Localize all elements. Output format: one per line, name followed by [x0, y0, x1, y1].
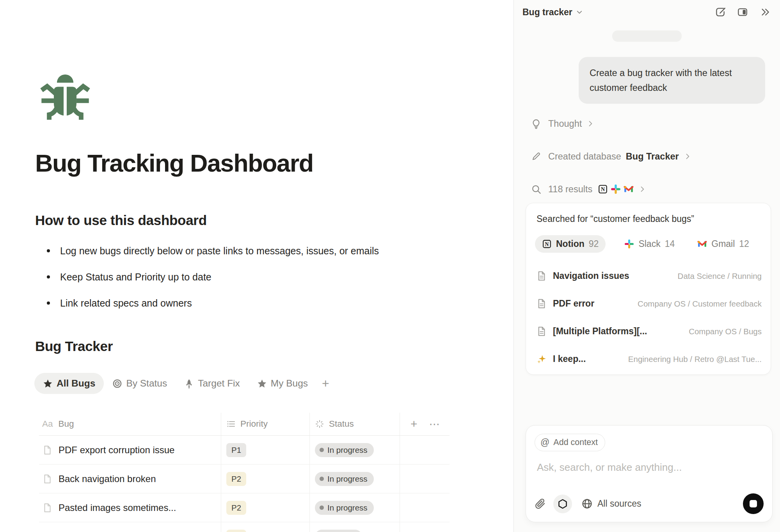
- view-tab-by-status[interactable]: By Status: [104, 373, 176, 394]
- activity-label: Created database: [548, 151, 621, 162]
- paperclip-icon[interactable]: [535, 498, 546, 510]
- list-item[interactable]: Navigation issues Data Science / Running: [535, 262, 762, 290]
- result-context: Company OS / Customer feedback: [632, 299, 762, 309]
- priority-chip[interactable]: P2: [226, 501, 246, 515]
- pencil-icon: [530, 151, 542, 161]
- source-tab-count: 12: [739, 239, 749, 249]
- search-results-title: Searched for “customer feedback bugs”: [537, 214, 762, 224]
- at-icon: @: [540, 437, 549, 448]
- bullet-text: Keep Status and Priority up to date: [60, 271, 211, 283]
- model-selector[interactable]: [553, 495, 572, 513]
- view-tab-all-bugs[interactable]: All Bugs: [34, 373, 104, 394]
- rocket-icon: [184, 379, 194, 388]
- status-dot: [320, 477, 324, 481]
- ai-side-panel: Bug tracker Create a bug tracker with th…: [513, 0, 780, 532]
- composer-input[interactable]: Ask, search, or make anything...: [537, 461, 764, 473]
- activity-search-results[interactable]: 118 results N: [530, 182, 768, 197]
- page-icon: [42, 474, 52, 484]
- source-tab-label: Notion: [556, 239, 585, 249]
- table-row[interactable]: Autosave intermittently fails P2 Blocked: [39, 522, 450, 532]
- star-icon: [43, 379, 53, 388]
- column-header-priority[interactable]: Priority: [221, 413, 309, 435]
- table-row[interactable]: Pasted images sometimes... P2 In progres…: [39, 493, 450, 522]
- composer-toolbar: All sources: [535, 493, 764, 514]
- tracker-heading: Bug Tracker: [35, 339, 113, 354]
- double-chevron-right-icon[interactable]: [759, 6, 771, 18]
- source-tab-gmail[interactable]: Gmail 12: [693, 235, 753, 253]
- source-tab-label: Gmail: [711, 239, 735, 249]
- view-tab-label: My Bugs: [271, 378, 308, 389]
- bullseye-icon: [112, 379, 122, 388]
- activity-created-database[interactable]: Created database Bug Tracker: [530, 149, 768, 164]
- bug-title: Back navigation broken: [59, 473, 156, 484]
- result-context: Engineering Hub / Retro @Last Tue...: [623, 355, 762, 364]
- column-header-status[interactable]: Status: [309, 413, 400, 435]
- side-peek-icon[interactable]: [737, 6, 748, 18]
- column-label: Status: [329, 419, 354, 429]
- column-header-bug[interactable]: Aa Bug: [39, 413, 221, 435]
- view-tab-label: By Status: [126, 378, 167, 389]
- bullet-dot: [47, 275, 50, 278]
- add-view-button[interactable]: +: [316, 376, 335, 391]
- bullet-item: Log new bugs directly below or paste lin…: [47, 245, 476, 257]
- gmail-icon: [624, 184, 634, 194]
- result-context: Data Science / Running: [672, 271, 762, 281]
- stop-button[interactable]: [743, 493, 764, 514]
- lightbulb-icon: [530, 118, 542, 129]
- result-title: PDF error: [553, 298, 594, 309]
- status-chip[interactable]: In progress: [315, 443, 374, 457]
- table-row[interactable]: Back navigation broken P2 In progress: [39, 465, 450, 493]
- status-label: In progress: [327, 474, 368, 484]
- status-label: In progress: [327, 503, 368, 512]
- add-context-button[interactable]: @ Add context: [535, 434, 605, 451]
- add-context-label: Add context: [553, 438, 598, 447]
- source-tab-slack[interactable]: Slack 14: [620, 235, 679, 253]
- list-icon: [226, 419, 236, 429]
- add-column-button[interactable]: +: [410, 417, 418, 431]
- source-tabs: N Notion 92 Slack 14 Gmail 12: [535, 235, 762, 253]
- source-tab-notion[interactable]: N Notion 92: [535, 235, 606, 253]
- view-tab-my-bugs[interactable]: My Bugs: [249, 373, 316, 394]
- view-tab-label: Target Fix: [198, 378, 240, 389]
- status-dot: [320, 448, 324, 452]
- column-label: Bug: [59, 419, 74, 429]
- compose-icon[interactable]: [714, 6, 726, 18]
- search-results-card: Searched for “customer feedback bugs” N …: [526, 203, 771, 375]
- ai-composer[interactable]: @ Add context Ask, search, or make anyth…: [526, 425, 773, 522]
- screen: Bug Tracking Dashboard How to use this d…: [0, 0, 780, 532]
- priority-chip[interactable]: P2: [226, 472, 246, 486]
- bullet-dot: [47, 301, 50, 305]
- bullet-item: Link related specs and owners: [47, 297, 476, 309]
- all-sources-label: All sources: [597, 498, 641, 509]
- bug-title: Pasted images sometimes...: [59, 502, 176, 513]
- source-tab-label: Slack: [638, 239, 660, 249]
- list-item[interactable]: [Multiple Platforms][... Company OS / Bu…: [535, 317, 762, 345]
- priority-chip[interactable]: P1: [226, 443, 246, 457]
- list-item[interactable]: I keep... Engineering Hub / Retro @Last …: [535, 345, 762, 373]
- gmail-icon: [697, 239, 707, 249]
- all-sources-selector[interactable]: All sources: [581, 498, 641, 509]
- priority-chip[interactable]: P2: [226, 530, 246, 532]
- bullet-text: Log new bugs directly below or paste lin…: [60, 245, 379, 257]
- status-label: In progress: [327, 445, 368, 455]
- howto-bullets: Log new bugs directly below or paste lin…: [47, 245, 476, 323]
- source-tab-count: 92: [589, 239, 599, 249]
- bug-table: Aa Bug Priority Status + ⋯: [39, 413, 450, 532]
- panel-title-dropdown[interactable]: Bug tracker: [522, 7, 583, 18]
- page-title: Bug Tracking Dashboard: [35, 149, 313, 177]
- search-icon: [530, 184, 542, 195]
- list-item[interactable]: PDF error Company OS / Customer feedback: [535, 290, 762, 317]
- status-chip[interactable]: In progress: [315, 472, 374, 486]
- document-icon: [535, 271, 547, 281]
- table-options-button[interactable]: ⋯: [429, 418, 441, 431]
- table-row[interactable]: PDF export corruption issue P1 In progre…: [39, 436, 450, 465]
- activity-thought[interactable]: Thought: [530, 116, 768, 131]
- status-chip[interactable]: In progress: [315, 501, 374, 515]
- bug-icon[interactable]: [39, 71, 91, 123]
- bug-title: PDF export corruption issue: [59, 445, 174, 456]
- view-tab-target-fix[interactable]: Target Fix: [176, 373, 249, 394]
- page-icon: [42, 445, 52, 455]
- status-chip[interactable]: Blocked: [315, 530, 362, 532]
- bullet-item: Keep Status and Priority up to date: [47, 271, 476, 283]
- agent-activity-log: Thought Created database Bug Tracker: [530, 116, 768, 215]
